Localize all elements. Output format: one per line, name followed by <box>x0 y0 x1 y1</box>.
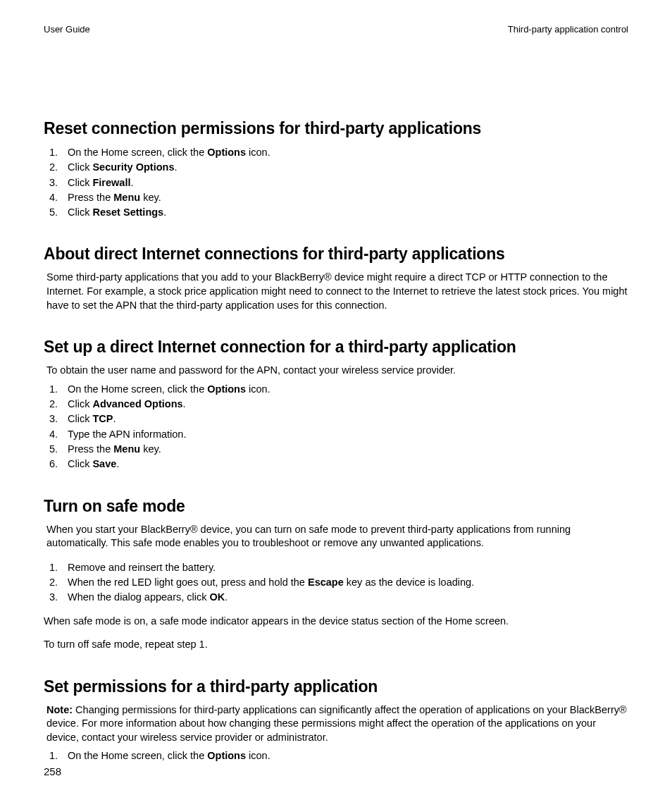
note-label: Note: <box>46 704 73 715</box>
heading-reset: Reset connection permissions for third-p… <box>44 119 628 138</box>
heading-about: About direct Internet connections for th… <box>44 245 628 264</box>
list-item: Click Advanced Options. <box>61 397 628 411</box>
page-header: User Guide Third-party application contr… <box>44 24 628 35</box>
list-item: When the dialog appears, click OK. <box>61 590 628 604</box>
list-item: Press the Menu key. <box>61 190 628 204</box>
list-item: When the red LED light goes out, press a… <box>61 575 628 589</box>
heading-perms: Set permissions for a third-party applic… <box>44 677 628 696</box>
steps-perms: On the Home screen, click the Options ic… <box>44 749 628 763</box>
section-perms: Set permissions for a third-party applic… <box>44 677 628 763</box>
list-item: Press the Menu key. <box>61 442 628 456</box>
paragraph: To turn off safe mode, repeat step 1. <box>44 638 628 652</box>
paragraph: To obtain the user name and password for… <box>46 364 628 378</box>
list-item: Click Security Options. <box>61 160 628 174</box>
paragraph: When safe mode is on, a safe mode indica… <box>44 615 628 629</box>
heading-setup: Set up a direct Internet connection for … <box>44 338 628 357</box>
list-item: Remove and reinsert the battery. <box>61 560 628 574</box>
list-item: Click Reset Settings. <box>61 205 628 219</box>
header-right: Third-party application control <box>508 24 628 35</box>
list-item: Click Firewall. <box>61 175 628 190</box>
page: User Guide Third-party application contr… <box>0 0 672 807</box>
header-left: User Guide <box>44 24 90 35</box>
list-item: Type the APN information. <box>61 427 628 441</box>
list-item: Click Save. <box>61 457 628 471</box>
steps-safemode: Remove and reinsert the battery. When th… <box>44 560 628 605</box>
list-item: On the Home screen, click the Options ic… <box>61 382 628 396</box>
section-safemode: Turn on safe mode When you start your Bl… <box>44 497 628 652</box>
steps-reset: On the Home screen, click the Options ic… <box>44 145 628 219</box>
section-reset: Reset connection permissions for third-p… <box>44 119 628 219</box>
list-item: On the Home screen, click the Options ic… <box>61 749 628 763</box>
page-number: 258 <box>44 765 61 777</box>
list-item: On the Home screen, click the Options ic… <box>61 145 628 159</box>
steps-setup: On the Home screen, click the Options ic… <box>44 382 628 472</box>
section-about: About direct Internet connections for th… <box>44 245 628 312</box>
paragraph: Some third-party applications that you a… <box>46 271 628 312</box>
list-item: Click TCP. <box>61 412 628 426</box>
heading-safemode: Turn on safe mode <box>44 497 628 516</box>
paragraph: When you start your BlackBerry® device, … <box>46 523 628 550</box>
note-paragraph: Note: Changing permissions for third-par… <box>46 703 628 745</box>
section-setup: Set up a direct Internet connection for … <box>44 338 628 471</box>
